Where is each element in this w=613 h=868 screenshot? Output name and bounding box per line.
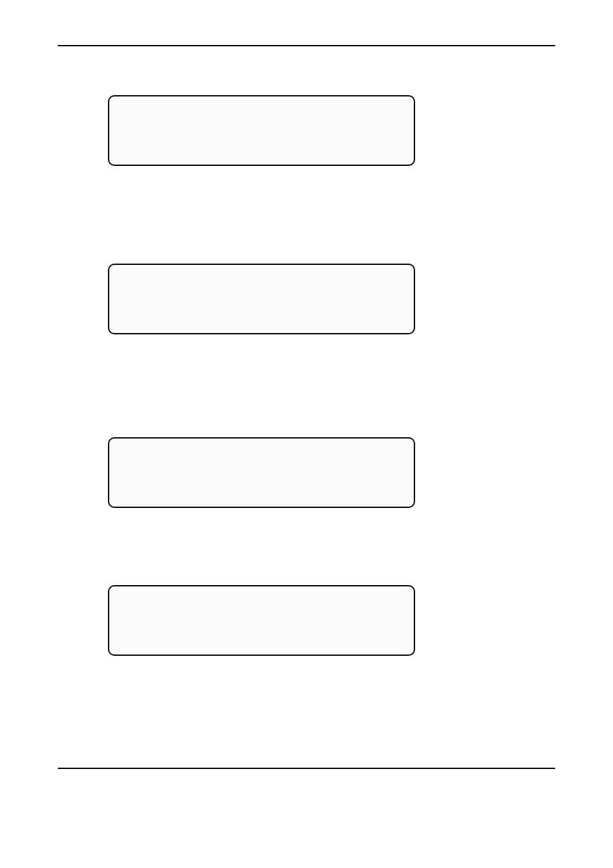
bottom-rule <box>58 768 555 769</box>
box-2 <box>108 264 415 334</box>
top-rule <box>58 45 555 46</box>
document-page <box>0 0 613 868</box>
box-4 <box>108 585 415 656</box>
box-3 <box>108 437 415 508</box>
box-1 <box>108 95 415 166</box>
